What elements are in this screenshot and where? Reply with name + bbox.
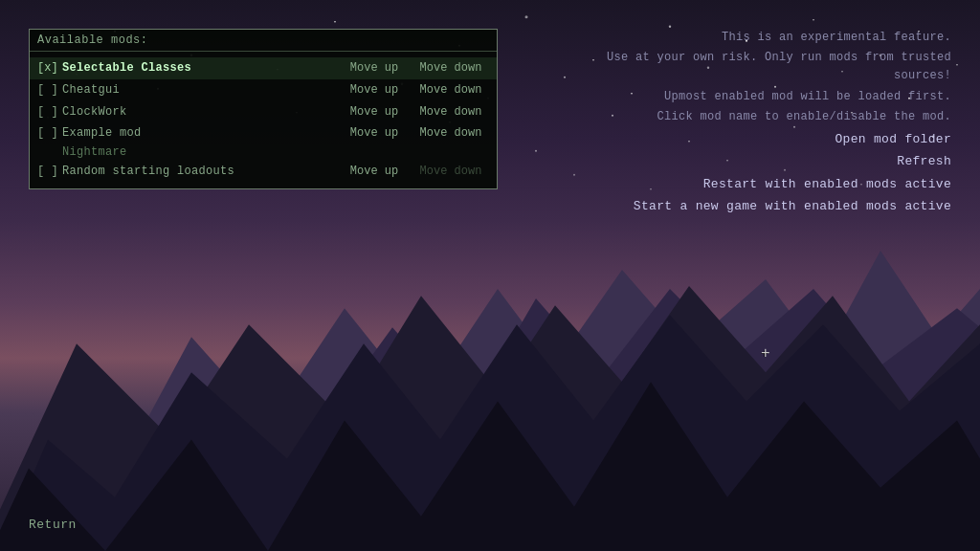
mod-checkbox-random-loadouts: [ ] — [37, 164, 62, 180]
info-panel: This is an experimental feature. Use at … — [568, 29, 951, 218]
mod-move-up-cheatgui[interactable]: Move up — [336, 82, 412, 99]
mod-checkbox-cheatgui: [ ] — [37, 82, 62, 99]
mod-move-up-example-mod[interactable]: Move up — [336, 125, 412, 142]
mod-move-down-clockwork[interactable]: Move down — [412, 104, 489, 121]
mod-move-up-selectable-classes[interactable]: Move up — [336, 60, 412, 77]
mod-move-up-random-loadouts[interactable]: Move up — [336, 164, 412, 180]
info-line-3: Upmost enabled mod will be loaded first. — [568, 88, 951, 106]
mod-move-down-random-loadouts: Move down — [412, 164, 489, 180]
info-line-1: This is an experimental feature. — [568, 29, 951, 47]
refresh-link[interactable]: Refresh — [568, 150, 951, 172]
mod-row-example-mod[interactable]: [ ] Example mod Move up Move down — [30, 122, 497, 144]
info-line-4: Click mod name to enable/disable the mod… — [568, 108, 951, 126]
mod-name-selectable-classes: Selectable Classes — [62, 60, 336, 77]
return-button[interactable]: Return — [29, 518, 77, 532]
mod-move-down-example-mod[interactable]: Move down — [412, 125, 489, 142]
mod-name-clockwork: ClockWork — [62, 104, 336, 121]
mod-name-cheatgui: Cheatgui — [62, 82, 336, 99]
mod-panel-title: Available mods: — [30, 30, 497, 52]
mod-row-selectable-classes[interactable]: [x] Selectable Classes Move up Move down — [30, 57, 497, 79]
mod-checkbox-selectable-classes: [x] — [37, 60, 62, 77]
mod-move-down-selectable-classes[interactable]: Move down — [412, 60, 489, 77]
mod-checkbox-example-mod: [ ] — [37, 125, 62, 142]
mod-row-clockwork[interactable]: [ ] ClockWork Move up Move down — [30, 101, 497, 123]
new-game-mods-link[interactable]: Start a new game with enabled mods activ… — [568, 195, 951, 217]
mod-name-example-mod: Example mod — [62, 125, 336, 142]
restart-mods-link[interactable]: Restart with enabled mods active — [568, 173, 951, 195]
mod-move-down-cheatgui[interactable]: Move down — [412, 82, 489, 99]
mod-name-random-loadouts: Random starting loadouts — [62, 164, 336, 180]
mod-list: [x] Selectable Classes Move up Move down… — [30, 52, 497, 188]
mod-row-random-loadouts[interactable]: [ ] Random starting loadouts Move up Mov… — [30, 161, 497, 183]
mod-sub-nightmare: Nightmare — [30, 144, 497, 161]
mod-row-cheatgui[interactable]: [ ] Cheatgui Move up Move down — [30, 79, 497, 101]
mod-move-up-clockwork[interactable]: Move up — [336, 104, 412, 121]
crosshair-cursor: + — [761, 347, 776, 363]
mod-panel: Available mods: [x] Selectable Classes M… — [29, 29, 498, 189]
open-mod-folder-link[interactable]: Open mod folder — [568, 128, 951, 150]
info-line-2: Use at your own risk. Only run mods from… — [568, 49, 951, 85]
ui-layer: Available mods: [x] Selectable Classes M… — [0, 0, 980, 551]
mod-checkbox-clockwork: [ ] — [37, 104, 62, 121]
